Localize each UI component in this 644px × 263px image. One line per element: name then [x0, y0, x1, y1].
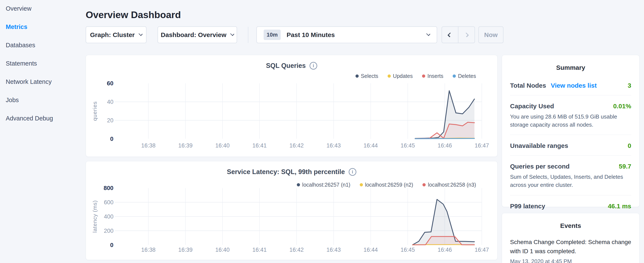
sidebar-item-statements[interactable]: Statements — [6, 60, 85, 67]
summary-row-capacity: Capacity Used 0.01% You are using 28.6 M… — [510, 95, 631, 135]
svg-text:16:39: 16:39 — [178, 247, 193, 253]
info-icon[interactable]: i — [310, 62, 317, 70]
svg-text:60: 60 — [107, 80, 113, 87]
chevron-left-icon — [448, 32, 452, 37]
svg-text:16:43: 16:43 — [326, 142, 341, 149]
legend-dot-icon — [356, 75, 359, 78]
qps-description: Sum of Selects, Updates, Inserts, and De… — [510, 173, 631, 189]
unavailable-ranges-label: Unavailable ranges — [510, 142, 568, 149]
legend-dot-icon — [297, 183, 300, 186]
svg-text:16:38: 16:38 — [141, 247, 156, 253]
p99-latency-value: 46.1 ms — [608, 203, 631, 210]
legend-item: Updates — [388, 73, 413, 79]
time-forward-button[interactable] — [458, 27, 475, 43]
summary-row-unavailable-ranges: Unavailable ranges 0 — [510, 135, 631, 156]
event-timestamp: May 13, 2020 at 4:45 PM — [510, 258, 631, 263]
legend-item: localhost:26257 (n1) — [297, 182, 350, 188]
chevron-right-icon — [464, 32, 469, 37]
total-nodes-value: 3 — [628, 82, 631, 89]
svg-text:latency (ms): latency (ms) — [92, 200, 98, 233]
events-panel: Events Schema Change Completed: Schema c… — [502, 213, 640, 263]
svg-text:20: 20 — [107, 117, 114, 124]
legend-label: localhost:26258 (n3) — [428, 182, 476, 188]
summary-panel: Summary Total Nodes View nodes list 3 Ca… — [502, 55, 640, 207]
svg-text:16:44: 16:44 — [364, 247, 378, 253]
capacity-used-description: You are using 28.6 MiB of 515.9 GiB usab… — [510, 113, 631, 129]
service-latency-chart-card: Service Latency: SQL, 99th percentile i … — [86, 161, 498, 260]
event-message: Schema Change Completed: Schema change w… — [510, 237, 631, 256]
graph-dropdown-label: Graph: Cluster — [90, 31, 134, 39]
time-range-dropdown[interactable]: 10m Past 10 Minutes — [256, 26, 437, 43]
svg-text:400: 400 — [104, 213, 114, 220]
sidebar-item-metrics[interactable]: Metrics — [6, 24, 85, 31]
legend-label: Inserts — [427, 73, 443, 79]
chart-title: SQL Queries — [266, 62, 306, 70]
sql-queries-chart-plot[interactable]: 16:3816:3916:4016:4116:4216:4316:4416:45… — [86, 55, 497, 157]
chart-title: Service Latency: SQL, 99th percentile — [227, 168, 345, 176]
svg-text:40: 40 — [107, 99, 114, 105]
chevron-down-icon — [230, 32, 234, 36]
svg-text:200: 200 — [104, 228, 114, 234]
svg-text:16:47: 16:47 — [475, 247, 489, 253]
summary-row-p99: P99 latency 46.1 ms — [510, 195, 631, 216]
info-icon[interactable]: i — [349, 168, 356, 176]
sidebar: Overview Metrics Databases Statements Ne… — [0, 0, 85, 122]
svg-text:16:42: 16:42 — [289, 247, 304, 253]
legend-item: localhost:26259 (n2) — [360, 182, 413, 188]
legend-dot-icon — [422, 183, 426, 186]
svg-text:16:43: 16:43 — [326, 247, 341, 253]
svg-text:16:40: 16:40 — [216, 142, 230, 149]
legend-dot-icon — [453, 75, 456, 78]
legend-item: localhost:26258 (n3) — [422, 182, 476, 188]
toolbar-divider — [248, 27, 248, 43]
qps-value: 59.7 — [619, 163, 631, 170]
capacity-used-label: Capacity Used — [510, 103, 554, 110]
legend-dot-icon — [422, 75, 425, 78]
total-nodes-label: Total Nodes — [510, 82, 546, 89]
now-button[interactable]: Now — [478, 26, 504, 43]
legend-label: Updates — [393, 73, 413, 79]
svg-text:16:40: 16:40 — [216, 247, 230, 253]
graph-dropdown[interactable]: Graph: Cluster — [86, 26, 146, 43]
service-latency-chart-plot[interactable]: 16:3816:3916:4016:4116:4216:4316:4416:45… — [86, 161, 497, 260]
svg-text:0: 0 — [110, 242, 114, 248]
events-title: Events — [502, 222, 639, 229]
dashboard-dropdown-label: Dashboard: Overview — [161, 31, 226, 39]
svg-text:16:47: 16:47 — [475, 142, 489, 149]
svg-text:16:46: 16:46 — [438, 247, 452, 253]
svg-text:queries: queries — [92, 101, 98, 121]
sidebar-item-network-latency[interactable]: Network Latency — [6, 78, 85, 85]
svg-text:16:42: 16:42 — [289, 142, 304, 149]
legend-label: Deletes — [458, 73, 476, 79]
sidebar-item-jobs[interactable]: Jobs — [6, 97, 85, 104]
sidebar-item-databases[interactable]: Databases — [6, 42, 85, 49]
sidebar-item-advanced-debug[interactable]: Advanced Debug — [6, 115, 85, 122]
svg-text:16:45: 16:45 — [400, 142, 415, 149]
svg-text:16:44: 16:44 — [364, 142, 378, 149]
capacity-used-value: 0.01% — [613, 103, 631, 110]
unavailable-ranges-value: 0 — [628, 142, 631, 149]
legend-dot-icon — [388, 75, 391, 78]
dashboard-dropdown[interactable]: Dashboard: Overview — [158, 26, 237, 43]
summary-title: Summary — [502, 64, 639, 71]
legend-label: localhost:26257 (n1) — [302, 182, 350, 188]
svg-text:800: 800 — [104, 185, 113, 191]
chevron-down-icon — [426, 32, 430, 36]
summary-row-total-nodes: Total Nodes View nodes list 3 — [510, 75, 631, 95]
time-back-button[interactable] — [442, 27, 458, 43]
view-nodes-list-link[interactable]: View nodes list — [551, 82, 596, 89]
time-range-badge: 10m — [264, 30, 281, 40]
legend-item: Selects — [356, 73, 378, 79]
p99-latency-label: P99 latency — [510, 203, 545, 210]
svg-text:16:46: 16:46 — [438, 142, 452, 149]
qps-label: Queries per second — [510, 163, 570, 170]
legend-dot-icon — [360, 183, 363, 186]
time-step-buttons — [442, 26, 475, 43]
chart-legend: localhost:26257 (n1)localhost:26259 (n2)… — [297, 182, 476, 188]
svg-text:16:41: 16:41 — [252, 142, 266, 149]
sql-queries-chart-card: SQL Queries i SelectsUpdatesInsertsDelet… — [86, 55, 498, 157]
svg-text:16:38: 16:38 — [141, 142, 156, 149]
svg-text:16:45: 16:45 — [400, 247, 415, 253]
page-title: Overview Dashboard — [86, 9, 181, 21]
sidebar-item-overview[interactable]: Overview — [6, 5, 85, 12]
